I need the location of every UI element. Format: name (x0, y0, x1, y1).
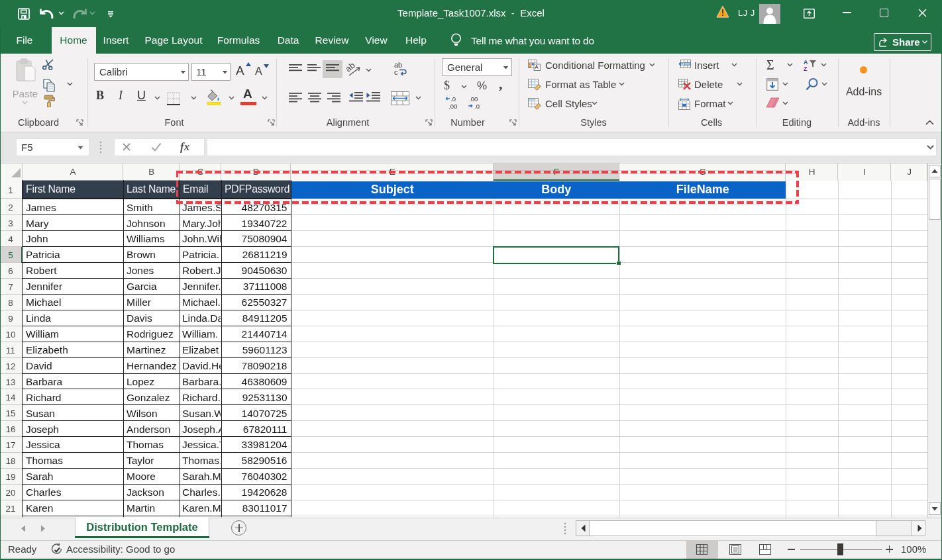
svg-text:A: A (804, 59, 808, 66)
svg-text:.0: .0 (450, 95, 456, 103)
svg-text:.00: .00 (469, 95, 478, 103)
svg-text:c: c (394, 68, 398, 76)
svg-text:.0: .0 (474, 103, 480, 110)
svg-text:Z: Z (804, 66, 808, 72)
svg-text:.00: .00 (448, 103, 457, 110)
